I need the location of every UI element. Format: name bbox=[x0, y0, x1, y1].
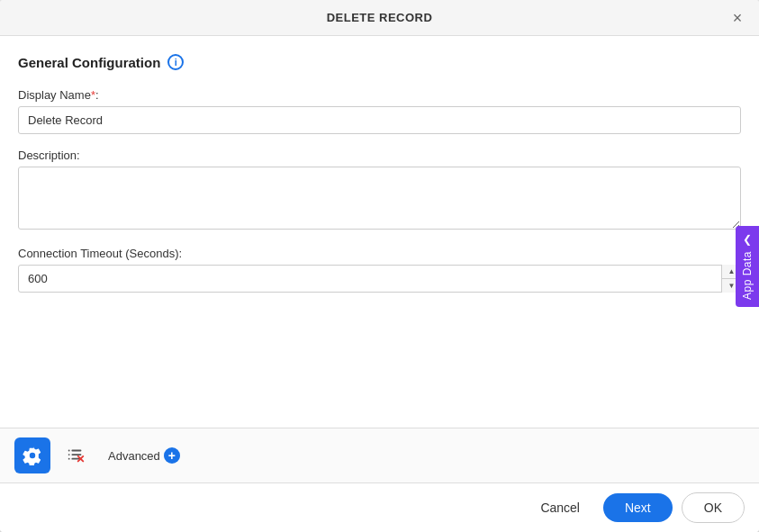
app-data-toggle-button[interactable]: ❮ App Data bbox=[736, 225, 759, 306]
description-group: Description: bbox=[18, 149, 741, 232]
timeout-group: Connection Timeout (Seconds): ▲ ▼ bbox=[18, 247, 741, 293]
timeout-input[interactable] bbox=[18, 265, 741, 293]
modal-body: General Configuration i Display Name*: D… bbox=[0, 36, 759, 428]
svg-rect-1 bbox=[71, 450, 81, 452]
add-icon: + bbox=[164, 447, 180, 464]
svg-rect-4 bbox=[68, 458, 70, 460]
settings-icon bbox=[23, 446, 42, 465]
display-name-group: Display Name*: bbox=[18, 88, 741, 134]
next-button[interactable]: Next bbox=[603, 493, 673, 522]
svg-rect-2 bbox=[68, 454, 70, 455]
svg-rect-0 bbox=[68, 450, 70, 452]
svg-rect-3 bbox=[71, 454, 81, 455]
description-input[interactable] bbox=[18, 167, 741, 230]
close-button[interactable]: × bbox=[727, 7, 748, 29]
modal-titlebar: DELETE RECORD × bbox=[0, 0, 759, 36]
display-name-label: Display Name*: bbox=[18, 88, 741, 102]
footer-actions: Cancel Next OK bbox=[0, 482, 759, 532]
advanced-label: Advanced bbox=[108, 449, 160, 463]
timeout-input-wrapper: ▲ ▼ bbox=[18, 265, 741, 293]
app-data-tab: ❮ App Data bbox=[736, 225, 759, 306]
timeout-label: Connection Timeout (Seconds): bbox=[18, 247, 741, 260]
advanced-button[interactable]: Advanced + bbox=[101, 444, 187, 467]
chevron-left-icon: ❮ bbox=[743, 232, 752, 245]
description-label: Description: bbox=[18, 149, 741, 162]
app-data-label: App Data bbox=[741, 250, 754, 299]
ok-button[interactable]: OK bbox=[682, 492, 745, 523]
settings-toolbar-button[interactable] bbox=[14, 437, 50, 473]
info-icon[interactable]: i bbox=[167, 54, 184, 70]
modal-title: DELETE RECORD bbox=[327, 11, 433, 24]
list-icon bbox=[66, 446, 86, 465]
section-title-text: General Configuration bbox=[18, 55, 160, 70]
section-title: General Configuration i bbox=[18, 54, 741, 70]
toolbar-footer: Advanced + bbox=[0, 428, 759, 482]
list-toolbar-button[interactable] bbox=[58, 437, 94, 473]
delete-record-modal: DELETE RECORD × General Configuration i … bbox=[0, 0, 759, 532]
cancel-button[interactable]: Cancel bbox=[526, 493, 594, 522]
display-name-input[interactable] bbox=[18, 106, 741, 134]
